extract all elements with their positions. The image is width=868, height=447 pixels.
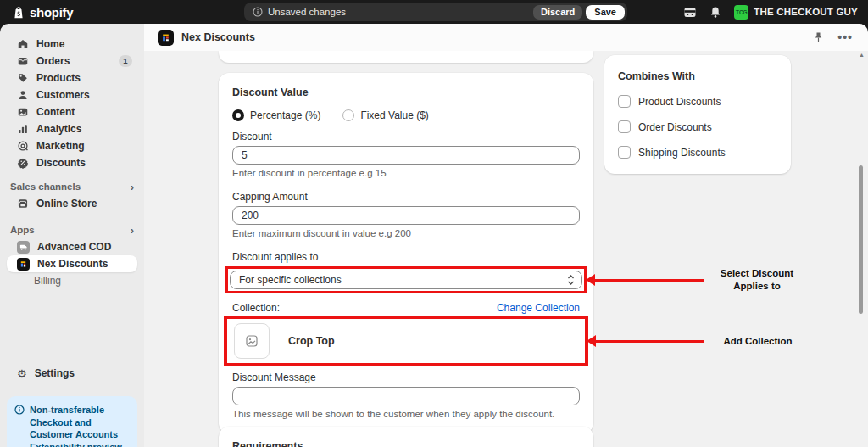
- sidebar-item-analytics[interactable]: Analytics: [7, 120, 137, 137]
- sidebar-item-label: Home: [36, 38, 64, 50]
- discount-helper: Enter discount in percentage e.g 15: [232, 167, 580, 179]
- storefront-icon: [17, 198, 29, 210]
- discount-applies-to-select[interactable]: For specific collections: [230, 271, 582, 289]
- sidebar-item-customers[interactable]: Customers: [7, 87, 137, 103]
- sidebar-item-online-store[interactable]: Online Store: [7, 195, 137, 212]
- info-icon: [14, 405, 25, 447]
- unsaved-changes-label: Unsaved changes: [268, 7, 346, 17]
- collection-item[interactable]: Crop Top: [234, 323, 578, 359]
- collection-thumbnail: [234, 323, 270, 359]
- shopify-logo[interactable]: shopify: [0, 5, 73, 20]
- annotation-arrow-select: [595, 279, 704, 282]
- sidebar-section-apps[interactable]: Apps ›: [7, 221, 137, 238]
- discounts-icon: [17, 157, 29, 169]
- checkbox-label: Order Discounts: [638, 121, 712, 133]
- checkbox-order-discounts[interactable]: Order Discounts: [618, 120, 777, 133]
- app-title: Nex Discounts: [181, 31, 255, 43]
- nex-discounts-app-icon: [158, 30, 174, 46]
- sidebar-section-sales-channels[interactable]: Sales channels ›: [7, 178, 137, 195]
- sidebar-item-label: Analytics: [36, 123, 81, 135]
- chevron-right-icon: ›: [131, 225, 134, 236]
- sidebar-item-home[interactable]: Home: [7, 36, 137, 53]
- info-icon: [253, 7, 263, 17]
- customers-icon: [17, 89, 29, 101]
- applies-to-label: Discount applies to: [232, 251, 580, 263]
- sidebar-item-products[interactable]: Products: [7, 70, 137, 87]
- sidebar-item-discounts[interactable]: Discounts: [7, 154, 137, 171]
- sidebar-item-nex-discounts[interactable]: Nex Discounts: [7, 255, 137, 272]
- sidebar-item-label: Advanced COD: [37, 241, 111, 253]
- app-header: Nex Discounts •••: [144, 24, 868, 51]
- discount-input[interactable]: [232, 146, 580, 165]
- pin-icon[interactable]: [813, 31, 824, 43]
- sidebar: Home Orders 1 Products Customers Content…: [0, 24, 144, 447]
- radio-unselected-icon: [342, 109, 354, 121]
- account-name: THE CHECKOUT GUY: [754, 7, 858, 17]
- scroll-up-icon[interactable]: ▲: [859, 52, 865, 58]
- sidebar-item-billing[interactable]: Billing: [7, 272, 137, 289]
- checkbox-label: Product Discounts: [638, 96, 721, 108]
- preview-notice: Non-transferable Checkout and Customer A…: [7, 396, 137, 447]
- applies-to-highlight-box: For specific collections Select Discount…: [225, 266, 587, 293]
- sidebar-item-label: Content: [36, 106, 75, 118]
- checkbox-shipping-discounts[interactable]: Shipping Discounts: [618, 146, 777, 159]
- checkbox-product-discounts[interactable]: Product Discounts: [618, 95, 777, 108]
- shopify-wordmark: shopify: [30, 5, 73, 20]
- sidebar-item-content[interactable]: Content: [7, 103, 137, 120]
- avatar: TCG: [734, 5, 748, 20]
- collection-name: Crop Top: [288, 335, 335, 347]
- discount-message-helper: This message will be shown to the custom…: [232, 408, 580, 420]
- radio-percentage[interactable]: Percentage (%): [232, 109, 320, 121]
- vertical-scrollbar[interactable]: [859, 165, 863, 314]
- sidebar-item-orders[interactable]: Orders 1: [7, 53, 137, 70]
- section-label: Apps: [10, 225, 35, 235]
- sidebar-item-label: Online Store: [36, 198, 97, 210]
- capping-amount-input[interactable]: [232, 206, 580, 225]
- discount-label: Discount: [232, 131, 580, 142]
- requirements-card: Requirements: [219, 427, 593, 447]
- sidebar-item-label: Billing: [34, 275, 61, 287]
- discount-message-input[interactable]: [232, 387, 580, 405]
- radio-fixed-value[interactable]: Fixed Value ($): [342, 109, 428, 121]
- checkbox-icon: [618, 146, 631, 159]
- discount-message-label: Discount Message: [232, 372, 580, 383]
- capping-helper: Enter maximum discount in value e.g 200: [232, 227, 580, 239]
- notifications-bell-icon[interactable]: [709, 6, 721, 19]
- analytics-icon: [17, 123, 29, 135]
- discount-value-card: Discount Value Percentage (%) Fixed Valu…: [219, 73, 593, 433]
- change-collection-link[interactable]: Change Collection: [497, 302, 580, 314]
- save-button[interactable]: Save: [586, 5, 625, 20]
- advanced-cod-app-icon: [17, 241, 30, 254]
- marketing-icon: [17, 140, 29, 152]
- section-label: Sales channels: [10, 182, 81, 192]
- radio-label: Percentage (%): [250, 109, 320, 121]
- account-menu[interactable]: TCG THE CHECKOUT GUY: [734, 5, 858, 20]
- notice-line2: preview: [87, 442, 122, 447]
- sidebar-item-marketing[interactable]: Marketing: [7, 137, 137, 154]
- orders-count-badge: 1: [119, 55, 132, 67]
- capping-label: Capping Amount: [232, 191, 580, 203]
- collection-label: Collection:: [232, 302, 280, 314]
- store-icon[interactable]: [683, 6, 697, 19]
- home-icon: [17, 38, 29, 50]
- combines-with-card: Combines With Product Discounts Order Di…: [604, 55, 791, 174]
- sidebar-item-advanced-cod[interactable]: Advanced COD: [7, 238, 137, 255]
- orders-icon: [17, 55, 29, 67]
- sidebar-item-label: Marketing: [36, 140, 85, 152]
- requirements-title: Requirements: [232, 440, 580, 447]
- sidebar-item-settings[interactable]: ⚙ Settings: [7, 365, 137, 382]
- content-icon: [17, 106, 29, 118]
- unsaved-changes-banner: Unsaved changes Discard Save: [244, 3, 627, 21]
- checkbox-icon: [618, 95, 631, 108]
- sidebar-item-label: Settings: [35, 367, 75, 379]
- nex-discounts-app-icon: [17, 258, 30, 271]
- annotation-arrow-collection: [596, 340, 704, 343]
- annotation-text-collection: Add Collection: [710, 335, 805, 348]
- annotation-text-select: Select Discount Applies to: [709, 267, 804, 293]
- more-options-icon[interactable]: •••: [837, 31, 853, 44]
- gear-icon: ⚙: [17, 368, 27, 379]
- sidebar-item-label: Discounts: [36, 157, 86, 169]
- discard-button[interactable]: Discard: [533, 5, 582, 20]
- select-updown-icon: [567, 274, 575, 286]
- shopify-bag-icon: [12, 5, 25, 20]
